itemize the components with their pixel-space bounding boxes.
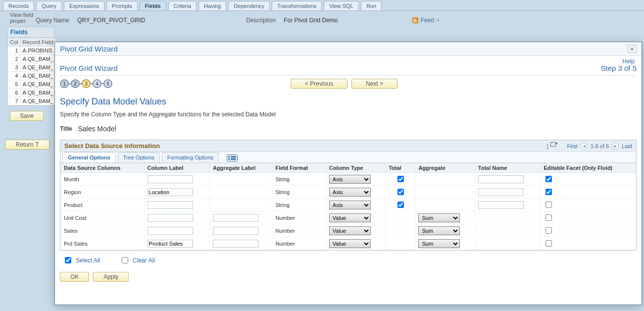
inner-tab-tree-options[interactable]: Tree Options [118,152,160,162]
column-type-select[interactable]: AxisValue [329,201,371,209]
fields-col-header-recordfield[interactable]: Record.Field [20,38,55,47]
apply-button[interactable]: Apply [93,272,129,282]
fields-grid-title: Fields [7,27,54,38]
editable-facet-checkbox[interactable] [545,176,552,182]
col-header-total-name[interactable]: Total Name [475,163,540,173]
fields-row[interactable]: 3A.QE_BAM_ [8,63,56,72]
feed-link[interactable]: Feed ▼ [412,17,440,24]
previous-button[interactable]: < Previous [291,79,347,89]
popout-icon[interactable] [550,142,557,150]
select-all-link[interactable]: Select All [63,256,100,265]
top-tab-records[interactable]: Records [3,1,34,10]
fields-row[interactable]: 1A.PROBINS [8,47,56,55]
fields-row[interactable]: 6A.QE_BAM_ [8,89,56,97]
column-label-input[interactable] [148,214,193,222]
col-header-column-label[interactable]: Column Label [144,163,209,173]
fields-col-header-col[interactable]: Col [8,38,21,47]
column-type-select[interactable]: AxisValue [329,226,371,235]
grid-header: Select Data Source Information | First ◄… [60,140,636,152]
editable-facet-checkbox[interactable] [545,189,552,195]
col-header-aggregate-label[interactable]: Aggregate Label [210,163,272,173]
close-icon[interactable]: × [628,45,637,53]
select-all-checkbox[interactable] [65,257,71,263]
fields-row[interactable]: 5A.QE_BAM_ [8,80,56,89]
grid-nav-last[interactable]: Last [622,143,632,149]
col-header-total[interactable]: Total [386,163,415,173]
inner-tab-formatting-options[interactable]: Formatting Options [162,152,219,162]
editable-facet-checkbox[interactable] [545,214,552,221]
inner-tab-general-options[interactable]: General Options [62,152,116,162]
top-tab-dependency[interactable]: Dependency [228,1,270,10]
return-button[interactable]: Return T [5,140,50,150]
train-row: 12345 < Previous Next > [60,76,637,94]
top-tab-criteria[interactable]: Criteria [168,1,197,10]
fields-row[interactable]: 2A.QE_BAM_ [8,55,56,63]
save-button[interactable]: Save [10,111,44,121]
column-label-input[interactable] [148,240,193,248]
fields-row-num: 1 [8,47,21,55]
train-step-5[interactable]: 5 [103,79,112,88]
total-name-input[interactable] [478,201,524,209]
total-name-input[interactable] [478,188,524,196]
column-type-select[interactable]: AxisValue [329,175,371,184]
help-link[interactable]: Help [622,58,635,65]
editable-facet-checkbox[interactable] [545,240,552,247]
column-type-select[interactable]: AxisValue [329,213,371,222]
fields-row-num: 7 [8,97,21,105]
aggregate-label-input[interactable] [213,240,258,248]
col-header-data-source-columns[interactable]: Data Source Columns [61,163,145,173]
col-header-field-format[interactable]: Field Format [272,163,326,173]
aggregate-select[interactable]: Sum [418,213,460,222]
top-tab-run[interactable]: Run [361,1,382,10]
train-step-2[interactable]: 2 [71,79,80,88]
aggregate-label-input[interactable] [213,214,258,222]
personalize-icon[interactable] [224,154,241,162]
cell-data-source-column: Region [61,186,145,199]
total-checkbox[interactable] [397,202,404,208]
top-tab-transformations[interactable]: Transformations [272,1,322,10]
editable-facet-checkbox[interactable] [545,227,552,234]
column-type-select[interactable]: AxisValue [329,239,371,248]
grid-nav-prev-icon[interactable]: ◄ [581,143,588,150]
next-button[interactable]: Next > [351,79,397,89]
total-checkbox[interactable] [397,189,404,195]
aggregate-select[interactable]: Sum [418,226,460,235]
total-checkbox[interactable] [397,176,404,182]
column-type-select[interactable]: AxisValue [329,188,371,197]
train-step-1[interactable]: 1 [60,79,69,88]
grid-nav-first[interactable]: First [567,143,578,149]
column-label-input[interactable] [148,188,193,196]
column-label-input[interactable] [148,227,193,235]
top-tab-fields[interactable]: Fields [140,1,166,10]
col-header-column-type[interactable]: Column Type [326,163,385,173]
grid-title: Select Data Source Information [64,142,160,150]
top-tab-view-sql[interactable]: View SQL [324,1,359,10]
total-name-input[interactable] [478,175,524,183]
col-header-aggregate[interactable]: Aggregate [415,163,475,173]
aggregate-select[interactable]: Sum [418,239,460,248]
column-label-input[interactable] [148,201,193,209]
editable-facet-checkbox[interactable] [545,202,552,208]
fields-row-field: A.PROBINS [20,47,55,55]
clear-all-link[interactable]: Clear All [120,256,155,265]
top-tabstrip: RecordsQueryExpressionsPromptsFieldsCrit… [0,0,644,11]
grid-nav-next-icon[interactable]: ► [612,143,619,150]
clear-all-checkbox[interactable] [122,257,128,263]
column-label-input[interactable] [148,175,193,183]
svg-rect-8 [231,157,236,158]
svg-rect-2 [550,143,555,147]
ok-button[interactable]: OK [60,272,89,282]
cell-field-format: String [272,186,326,199]
top-tab-prompts[interactable]: Prompts [106,1,138,10]
svg-rect-6 [228,159,230,160]
fields-row[interactable]: 7A.QE_BAM_ [8,97,56,105]
top-tab-query[interactable]: Query [36,1,62,10]
aggregate-label-input[interactable] [213,227,258,235]
top-tab-expressions[interactable]: Expressions [64,1,104,10]
fields-row[interactable]: 4A.QE_BAM_ [8,72,56,80]
col-header-editable-facet-only-fluid-[interactable]: Editable Facet (Only Fluid) [541,163,636,173]
section-title: Specify Data Model Values [60,97,637,107]
train-step-4[interactable]: 4 [93,79,101,88]
train-step-3[interactable]: 3 [82,79,91,88]
top-tab-having[interactable]: Having [198,1,226,10]
